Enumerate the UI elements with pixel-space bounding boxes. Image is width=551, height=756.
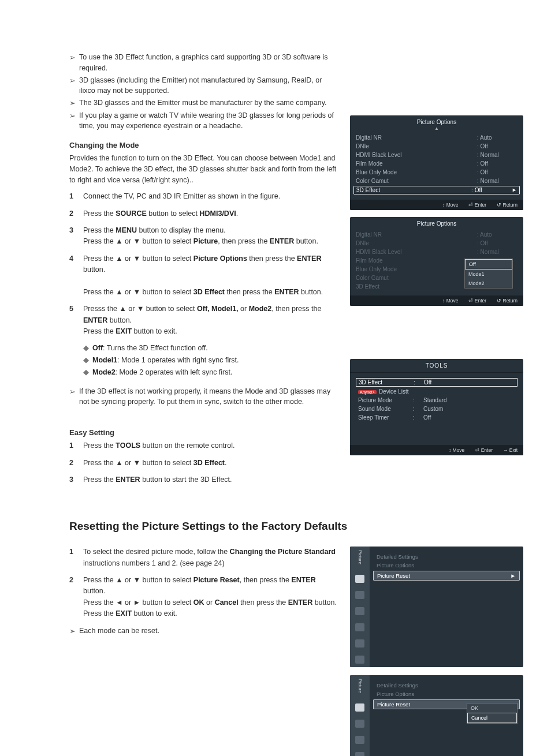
tools-title: TOOLS bbox=[350, 359, 523, 373]
step-number: 2 bbox=[69, 575, 83, 620]
step-number: 1 bbox=[69, 191, 83, 202]
osd-row: Film Mode: Off bbox=[356, 159, 518, 168]
dropdown-option: Off bbox=[465, 259, 512, 270]
top-notes: ➢To use the 3D Effect function, a graphi… bbox=[69, 52, 338, 132]
osd-row: DNIe: Off bbox=[356, 142, 518, 151]
step-body: Press the ▲ or ▼ button to select Pictur… bbox=[83, 253, 338, 298]
chevron-right-icon: ► bbox=[511, 572, 516, 579]
note-text: 3D glasses (including the Emitter) not m… bbox=[79, 75, 338, 97]
application-icon bbox=[355, 656, 364, 664]
osd-picture-menu-1: Picture Detailed Settings Picture Option… bbox=[350, 547, 523, 667]
picture-icon bbox=[355, 575, 364, 583]
reset-note: Each mode can be reset. bbox=[79, 626, 159, 637]
note-arrow-icon: ➢ bbox=[69, 52, 76, 74]
tools-row: 3D Effect:Off bbox=[356, 378, 518, 387]
osd-row: Digital NR: Auto bbox=[356, 133, 518, 142]
osd-picture-menu-2: Picture Detailed Settings Picture Option… bbox=[350, 675, 523, 756]
diamond-bullet-icon: ◆ bbox=[83, 355, 89, 366]
note-arrow-icon: ➢ bbox=[69, 626, 76, 637]
note-text: The 3D glasses and the Emitter must be m… bbox=[79, 98, 326, 109]
changing-mode-note: If the 3D effect is not working properly… bbox=[79, 386, 338, 408]
osd-title: Picture Options bbox=[350, 217, 523, 228]
setup-icon bbox=[355, 623, 364, 631]
tools-row: Sleep Timer:Off bbox=[358, 413, 515, 422]
step-number: 2 bbox=[69, 458, 83, 469]
osd-picture-options-1: Picture Options ▲ Digital NR: AutoDNIe: … bbox=[350, 115, 523, 210]
step-number: 1 bbox=[69, 547, 83, 569]
note-arrow-icon: ➢ bbox=[69, 386, 76, 408]
step-number: 4 bbox=[69, 253, 83, 298]
step-number: 1 bbox=[69, 440, 83, 451]
osd-picture-options-2: Picture Options Digital NR: AutoDNIe: Of… bbox=[350, 217, 523, 306]
step-body: To select the desired picture mode, foll… bbox=[83, 547, 338, 569]
sub-bullet-text: Model1: Mode 1 operates with right sync … bbox=[92, 355, 239, 366]
setup-icon bbox=[355, 752, 364, 756]
note-arrow-icon: ➢ bbox=[69, 110, 76, 132]
note-text: To use the 3D Effect function, a graphic… bbox=[79, 52, 338, 74]
chevron-right-icon: ► bbox=[512, 187, 517, 193]
osd-row: HDMI Black Level: Normal bbox=[356, 151, 518, 159]
note-arrow-icon: ➢ bbox=[69, 75, 76, 97]
osd-footer: ↕ Move⏎ Enter↺ Return bbox=[350, 200, 523, 210]
osd-footer: ↕ Move⏎ Enter→ Exit bbox=[350, 445, 523, 455]
step-body: Press the ENTER button to start the 3D E… bbox=[83, 474, 338, 485]
menu-item-highlighted: Picture Reset► bbox=[373, 571, 520, 581]
reset-heading: Resetting the Picture Settings to the Fa… bbox=[69, 520, 523, 533]
sidebar-label: Picture bbox=[358, 550, 363, 564]
step-number: 5 bbox=[69, 304, 83, 337]
popup-option-ok: OK bbox=[467, 703, 517, 713]
sub-bullet-text: Mode2: Mode 2 operates with left sync fi… bbox=[92, 367, 232, 378]
changing-mode-title: Changing the Mode bbox=[69, 141, 338, 149]
popup-option-cancel: Cancel bbox=[467, 713, 517, 723]
scroll-up-icon: ▲ bbox=[350, 126, 523, 131]
sidebar-label: Picture bbox=[358, 679, 363, 693]
osd-row: Color Gamut: Normal bbox=[356, 177, 518, 185]
diamond-bullet-icon: ◆ bbox=[83, 367, 89, 378]
step-number: 3 bbox=[69, 225, 83, 248]
osd-row: HDMI Black Level: Normal bbox=[356, 248, 518, 256]
channel-icon bbox=[355, 736, 364, 744]
step-body: Presss the ▲ or ▼ button to select Off, … bbox=[83, 304, 338, 337]
step-body: Press the TOOLS button on the remote con… bbox=[83, 440, 338, 451]
tools-row: Sound Mode:Custom bbox=[358, 405, 515, 413]
menu-item: Detailed Settings bbox=[377, 552, 516, 561]
step-body: Press the SOURCE button to select HDMI3/… bbox=[83, 208, 338, 219]
sound-icon bbox=[355, 720, 364, 728]
menu-item: Detailed Settings bbox=[377, 681, 516, 690]
step-body: Connect the TV, PC and 3D IR Emitter as … bbox=[83, 191, 338, 202]
tools-row: Picture Mode:Standard bbox=[358, 396, 515, 405]
osd-title: Picture Options bbox=[350, 115, 523, 126]
picture-icon bbox=[355, 703, 364, 712]
osd-row: 3D Effect: Off► bbox=[353, 186, 520, 194]
menu-item: Picture Options bbox=[377, 690, 516, 698]
osd-dropdown: OffMode1Mode2 bbox=[464, 259, 513, 289]
easy-setting-title: Easy Setting bbox=[69, 428, 338, 437]
note-arrow-icon: ➢ bbox=[69, 98, 76, 109]
step-body: Press the ▲ or ▼ button to select Pictur… bbox=[83, 575, 338, 620]
menu-item: Picture Options bbox=[377, 561, 516, 570]
input-icon bbox=[355, 639, 364, 648]
channel-icon bbox=[355, 607, 364, 615]
osd-row: Digital NR: Auto bbox=[356, 230, 518, 239]
changing-mode-intro: Provides the function to turn on the 3D … bbox=[69, 153, 338, 185]
sub-bullet-text: Off: Turns the 3D Effect function off. bbox=[92, 343, 208, 354]
dropdown-option: Mode2 bbox=[465, 279, 512, 288]
step-body: Press the ▲ or ▼ button to select 3D Eff… bbox=[83, 458, 338, 469]
dropdown-option: Mode1 bbox=[465, 270, 512, 279]
tools-row: Anynet+Device Listt bbox=[358, 387, 515, 396]
reset-popup: OK Cancel bbox=[467, 703, 518, 724]
note-text: If you play a game or watch TV while wea… bbox=[79, 110, 338, 132]
sound-icon bbox=[355, 591, 364, 599]
osd-footer: ↕ Move⏎ Enter↺ Return bbox=[350, 295, 523, 306]
step-body: Press the MENU button to display the men… bbox=[83, 225, 338, 248]
osd-row: DNIe: Off bbox=[356, 239, 518, 248]
diamond-bullet-icon: ◆ bbox=[83, 343, 89, 354]
step-number: 3 bbox=[69, 474, 83, 485]
step-number: 2 bbox=[69, 208, 83, 219]
osd-tools: TOOLS 3D Effect:OffAnynet+Device ListtPi… bbox=[350, 359, 523, 455]
osd-row: Blue Only Mode: Off bbox=[356, 168, 518, 177]
